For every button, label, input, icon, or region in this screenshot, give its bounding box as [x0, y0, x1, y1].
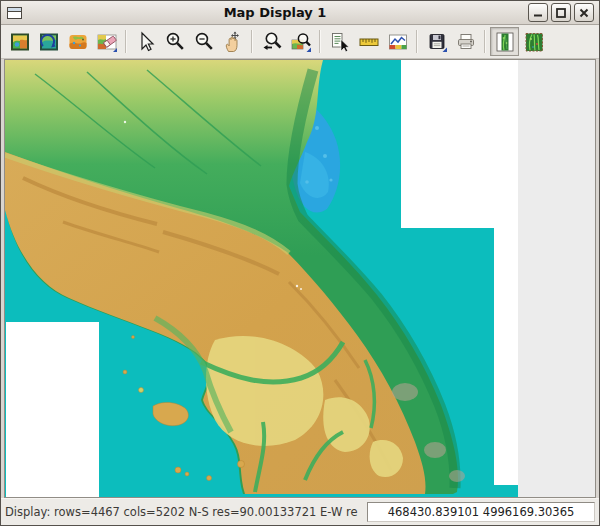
query-icon — [329, 31, 351, 53]
close-button[interactable] — [574, 3, 594, 22]
measure-button[interactable] — [354, 27, 383, 56]
pointer-button[interactable] — [131, 27, 160, 56]
map-canvas[interactable] — [4, 59, 596, 498]
save-floppy-icon — [426, 31, 448, 53]
statusbar: Display: rows=4467 cols=5202 N-S res=90.… — [1, 498, 599, 525]
coordinate-indicator[interactable]: 468430.839101 4996169.30365 — [367, 502, 595, 522]
constrain-region-toggle[interactable] — [490, 27, 519, 56]
map-display-window: Map Display 1 — [0, 0, 600, 526]
zoom-out-button[interactable] — [189, 27, 218, 56]
display-info-label: Display: rows=4467 cols=5202 N-S res=90.… — [5, 505, 361, 519]
toolbar-separator — [416, 30, 418, 53]
close-icon — [579, 8, 589, 18]
printer-icon — [455, 31, 477, 53]
nviz-terrain-icon — [67, 31, 89, 53]
maximize-button[interactable] — [551, 3, 571, 22]
zoom-in-button[interactable] — [160, 27, 189, 56]
redraw-icon — [38, 31, 60, 53]
print-button[interactable] — [451, 27, 480, 56]
maximize-icon — [556, 8, 566, 18]
zoom-in-icon — [164, 31, 186, 53]
rendered-map-image — [5, 60, 518, 498]
save-display-button[interactable] — [422, 27, 451, 56]
pan-hand-icon — [222, 31, 244, 53]
full-map-icon — [523, 31, 545, 53]
toolbar-separator — [319, 30, 321, 53]
window-controls — [528, 3, 594, 22]
toolbar-separator — [125, 30, 127, 53]
profile-button[interactable] — [383, 27, 412, 56]
zoom-out-icon — [193, 31, 215, 53]
strip-map-icon — [494, 31, 516, 53]
minimize-icon — [533, 8, 543, 18]
pan-button[interactable] — [218, 27, 247, 56]
measure-ruler-icon — [358, 31, 380, 53]
eraser-icon — [96, 31, 118, 53]
redraw-layers-button[interactable] — [34, 27, 63, 56]
pointer-cursor-icon — [135, 31, 157, 53]
zoom-back-icon — [261, 31, 283, 53]
window-icon — [7, 7, 22, 19]
toolbar-separator — [251, 30, 253, 53]
zoom-options-button[interactable] — [286, 27, 315, 56]
erase-display-button[interactable] — [92, 27, 121, 56]
nodata-region-southwest — [6, 322, 99, 497]
map-toolbar — [1, 25, 599, 59]
profile-chart-icon — [387, 31, 409, 53]
display-layers-button[interactable] — [5, 27, 34, 56]
map-display-icon — [9, 31, 31, 53]
query-button[interactable] — [325, 27, 354, 56]
window-title: Map Display 1 — [22, 5, 528, 20]
titlebar[interactable]: Map Display 1 — [1, 1, 599, 25]
zoom-to-map-icon — [290, 31, 312, 53]
toolbar-separator — [484, 30, 486, 53]
fit-window-toggle[interactable] — [519, 27, 548, 56]
minimize-button[interactable] — [528, 3, 548, 22]
previous-zoom-button[interactable] — [257, 27, 286, 56]
start-nviz-button[interactable] — [63, 27, 92, 56]
